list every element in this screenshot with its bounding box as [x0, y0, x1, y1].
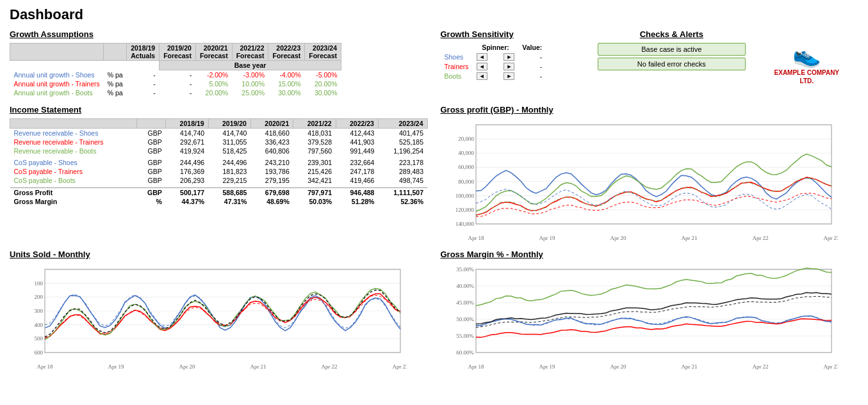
shoes-spinner-left[interactable]: ◄ [477, 53, 487, 61]
table-row: Annual unit growth - Boots % pa - - 20.0… [10, 88, 341, 97]
error-checks-status: No failed error checks [598, 58, 746, 70]
growth-assumptions-title: Growth Assumptions [10, 29, 428, 39]
income-statement-table: 2018/19 2019/20 2020/21 2021/22 2022/23 … [10, 118, 428, 206]
table-row: Annual unit growth - Trainers % pa - - 5… [10, 79, 341, 88]
top-right-section: Growth Sensitivity Spinner: Value: Shoes… [441, 29, 859, 97]
gross-profit-row: Gross ProfitGBP500,177588,685679,698797,… [10, 188, 428, 198]
trainers-spinner-right[interactable]: ► [504, 63, 514, 70]
gross-margin-chart [441, 263, 838, 372]
spinner-row-trainers: Trainers ◄ ► - [441, 61, 546, 71]
gross-margin-chart-section: Gross Margin % - Monthly [441, 250, 859, 372]
boots-spinner-right[interactable]: ► [504, 72, 514, 80]
gross-profit-chart [441, 118, 838, 243]
gross-margin-row: Gross Margin%44.37%47.31%48.69%50.03%51.… [10, 197, 428, 206]
base-case-status: Base case is active [598, 43, 746, 56]
table-row: Annual unit growth - Shoes % pa - - -2.0… [10, 70, 341, 80]
units-sold-chart [10, 263, 407, 372]
checks-alerts-section: Checks & Alerts Base case is active No f… [598, 29, 746, 97]
income-statement-title: Income Statement [10, 105, 428, 115]
spinner-row-shoes: Shoes ◄ ► - [441, 52, 546, 61]
growth-sensitivity-section: Growth Sensitivity Spinner: Value: Shoes… [441, 29, 589, 97]
gross-profit-chart-title: Gross profit (GBP) - Monthly [441, 105, 859, 115]
growth-sensitivity-table: Spinner: Value: Shoes ◄ ► - [441, 43, 546, 81]
spinner-row-boots: Boots ◄ ► - [441, 71, 546, 81]
table-row: CoS payable - BootsGBP206,293229,215279,… [10, 176, 428, 185]
company-logo: 👟 EXAMPLE COMPANYLTD. [755, 29, 858, 97]
growth-assumptions-section: Growth Assumptions 2018/19Actuals 2019/2… [10, 29, 428, 97]
table-row: CoS payable - ShoesGBP244,496244,496243,… [10, 158, 428, 167]
growth-assumptions-table: 2018/19Actuals 2019/20Forecast 2020/21Fo… [10, 43, 341, 97]
growth-sensitivity-title: Growth Sensitivity [441, 29, 589, 39]
company-name: EXAMPLE COMPANYLTD. [774, 68, 840, 85]
table-row: CoS payable - TrainersGBP176,369181,8231… [10, 167, 428, 176]
logo-shoe-icon: 👟 [792, 42, 821, 68]
boots-spinner-left[interactable]: ◄ [477, 72, 487, 80]
gross-margin-chart-title: Gross Margin % - Monthly [441, 250, 859, 259]
income-statement-section: Income Statement 2018/19 2019/20 2020/21… [10, 105, 428, 243]
gross-profit-chart-section: Gross profit (GBP) - Monthly [441, 105, 859, 243]
units-sold-chart-section: Units Sold - Monthly [10, 250, 428, 372]
checks-alerts-title: Checks & Alerts [598, 29, 746, 39]
trainers-spinner-left[interactable]: ◄ [477, 63, 487, 70]
page-title: Dashboard [10, 6, 858, 23]
table-row: Revenue receivable - BootsGBP419,924518,… [10, 147, 428, 155]
table-row: Revenue receivable - ShoesGBP414,740414,… [10, 129, 428, 138]
table-row: Revenue receivable - TrainersGBP292,6713… [10, 138, 428, 147]
shoes-spinner-right[interactable]: ► [504, 53, 514, 61]
units-sold-chart-title: Units Sold - Monthly [10, 250, 428, 259]
